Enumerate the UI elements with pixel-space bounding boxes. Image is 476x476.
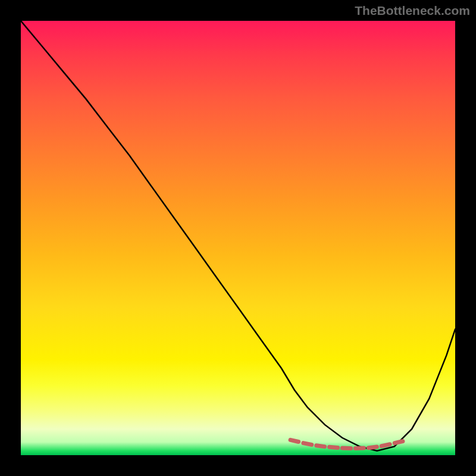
watermark-text: TheBottleneck.com: [355, 4, 470, 18]
chart-container: TheBottleneck.com: [0, 0, 476, 476]
bottleneck-heatmap-gradient: [21, 21, 455, 455]
